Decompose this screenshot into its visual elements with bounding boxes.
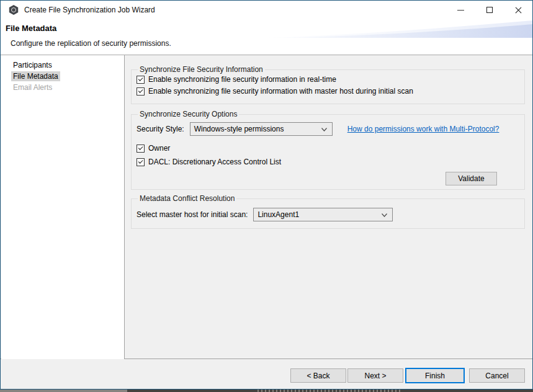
group-title: Synchronize File Security Information xyxy=(138,65,265,74)
sidebar-item-email-alerts: Email Alerts xyxy=(1,82,124,93)
check-icon xyxy=(138,76,143,81)
sidebar-item-file-metadata[interactable]: File Metadata xyxy=(1,71,124,82)
checkbox-initial-scan-sync[interactable] xyxy=(137,87,145,96)
minimize-button[interactable] xyxy=(447,1,475,19)
main-panel: Synchronize File Security Information En… xyxy=(125,55,532,359)
chevron-down-icon xyxy=(382,213,387,217)
wizard-content: Participants File Metadata Email Alerts … xyxy=(1,55,532,359)
check-icon xyxy=(138,88,143,92)
cancel-button[interactable]: Cancel xyxy=(469,368,525,383)
next-button[interactable]: Next > xyxy=(347,368,403,383)
header-swoosh-decoration xyxy=(259,20,532,38)
group-title: Synchronize Security Options xyxy=(138,110,239,118)
wizard-steps-sidebar: Participants File Metadata Email Alerts xyxy=(1,55,125,359)
wizard-header: File Metadata Configure the replication … xyxy=(1,19,532,55)
page-title: File Metadata xyxy=(6,24,56,33)
window-controls xyxy=(447,1,532,19)
maximize-icon xyxy=(486,7,493,13)
screen: Create File Synchronization Job Wizard xyxy=(0,0,533,392)
maximize-button[interactable] xyxy=(475,1,504,19)
group-metadata-conflict-resolution: Metadata Conflict Resolution Select mast… xyxy=(131,194,525,229)
app-icon xyxy=(9,5,19,15)
check-icon xyxy=(138,145,143,149)
checkbox-owner[interactable] xyxy=(137,145,145,153)
chevron-down-icon xyxy=(321,128,327,131)
check-icon xyxy=(138,159,143,163)
security-style-label: Security Style: xyxy=(137,125,184,133)
multiprotocol-help-link[interactable]: How do permissions work with Multi-Proto… xyxy=(347,125,499,133)
wizard-footer: < Back Next > Finish Cancel xyxy=(1,360,532,389)
checkbox-dacl[interactable] xyxy=(137,158,145,166)
finish-button[interactable]: Finish xyxy=(405,368,465,383)
page-subtitle: Configure the replication of security pe… xyxy=(11,39,171,48)
close-button[interactable] xyxy=(504,1,532,19)
validate-button[interactable]: Validate xyxy=(446,172,497,185)
group-title: Metadata Conflict Resolution xyxy=(138,194,236,203)
group-synchronize-security-options: Synchronize Security Options Security St… xyxy=(131,110,525,190)
back-button[interactable]: < Back xyxy=(290,368,346,383)
minimize-icon xyxy=(457,10,464,11)
group-synchronize-file-security-information: Synchronize File Security Information En… xyxy=(131,65,525,104)
master-host-select[interactable]: LinuxAgent1 xyxy=(253,208,393,221)
window-title: Create File Synchronization Job Wizard xyxy=(24,6,155,14)
background-window-strip xyxy=(0,390,533,392)
sidebar-item-participants[interactable]: Participants xyxy=(1,60,124,71)
master-host-label: Select master host for initial scan: xyxy=(137,210,248,219)
wizard-window: Create File Synchronization Job Wizard xyxy=(0,0,533,390)
security-style-select[interactable]: Windows-style permissions xyxy=(190,122,333,136)
checkbox-realtime-sync[interactable] xyxy=(137,76,145,84)
titlebar: Create File Synchronization Job Wizard xyxy=(1,1,532,19)
